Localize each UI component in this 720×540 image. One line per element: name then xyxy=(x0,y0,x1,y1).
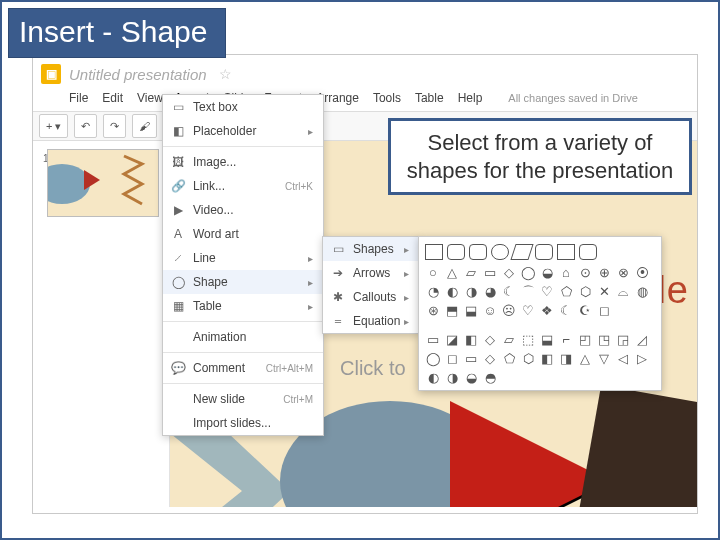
insert-item-word-art[interactable]: AWord art xyxy=(163,222,323,246)
rect-shape-icon[interactable] xyxy=(425,244,443,260)
shape-glyph[interactable]: ⬚ xyxy=(520,332,536,348)
shape-picker-panel[interactable]: ○△▱▭◇◯◒⌂⊙⊕⊗⦿◔◐◑◕☾⌒♡⬠⬡✕⌓◍⊛⬒⬓☺☹♡❖☾☪◻ ▭◪◧◇▱… xyxy=(418,236,662,391)
menu-tools[interactable]: Tools xyxy=(373,91,401,105)
shape-glyph[interactable]: ◲ xyxy=(615,332,631,348)
menu-table[interactable]: Table xyxy=(415,91,444,105)
shape-glyph[interactable]: △ xyxy=(444,265,460,281)
shape-glyph[interactable]: ⬓ xyxy=(539,332,555,348)
shape-glyph[interactable]: ◐ xyxy=(425,370,441,386)
shape-glyph[interactable]: ⌓ xyxy=(615,284,631,300)
shape-glyph[interactable]: ◨ xyxy=(558,351,574,367)
shape-glyph[interactable]: ⊙ xyxy=(577,265,593,281)
menu-edit[interactable]: Edit xyxy=(102,91,123,105)
shape-glyph[interactable]: ◍ xyxy=(634,284,650,300)
shape-glyph[interactable]: ⬡ xyxy=(520,351,536,367)
shape-glyph[interactable]: ◿ xyxy=(634,332,650,348)
shape-glyph[interactable]: ♡ xyxy=(520,303,536,319)
shape-glyph[interactable]: ◯ xyxy=(425,351,441,367)
rect3-shape-icon[interactable] xyxy=(579,244,597,260)
shape-glyph[interactable]: ◑ xyxy=(444,370,460,386)
rect2-shape-icon[interactable] xyxy=(557,244,575,260)
shape-glyph[interactable]: ⬠ xyxy=(558,284,574,300)
snip-shape-icon[interactable] xyxy=(535,244,553,260)
shape-glyph[interactable]: ☾ xyxy=(501,284,517,300)
shape-glyph[interactable]: ◻ xyxy=(444,351,460,367)
shape-glyph[interactable]: ◐ xyxy=(444,284,460,300)
shape-glyph[interactable]: ▱ xyxy=(501,332,517,348)
insert-item-shape[interactable]: ◯Shape▸ xyxy=(163,270,323,294)
menu-view[interactable]: View xyxy=(137,91,163,105)
new-slide-button[interactable]: + ▾ xyxy=(39,114,68,138)
shape-glyph[interactable]: ◓ xyxy=(482,370,498,386)
shape-glyph[interactable]: ◕ xyxy=(482,284,498,300)
shape-glyph[interactable]: ▱ xyxy=(463,265,479,281)
shape-cat-callouts[interactable]: ✱Callouts▸ xyxy=(323,285,419,309)
star-icon[interactable]: ☆ xyxy=(219,66,232,82)
shape-glyph[interactable]: ▷ xyxy=(634,351,650,367)
shape-glyph[interactable]: ◔ xyxy=(425,284,441,300)
shape-glyph[interactable]: ⌒ xyxy=(520,284,536,300)
menu-help[interactable]: Help xyxy=(458,91,483,105)
redo-button[interactable]: ↷ xyxy=(103,114,126,138)
undo-button[interactable]: ↶ xyxy=(74,114,97,138)
parallelogram-shape-icon[interactable] xyxy=(510,244,533,260)
shape-glyph[interactable]: ◇ xyxy=(501,265,517,281)
shape-glyph[interactable]: ▭ xyxy=(463,351,479,367)
insert-item-animation[interactable]: Animation xyxy=(163,325,323,349)
shape-glyph[interactable]: ◒ xyxy=(539,265,555,281)
shape-glyph[interactable]: ✕ xyxy=(596,284,612,300)
paint-format-button[interactable]: 🖌 xyxy=(132,114,157,138)
shape-cat-arrows[interactable]: ➔Arrows▸ xyxy=(323,261,419,285)
insert-item-comment[interactable]: 💬CommentCtrl+Alt+M xyxy=(163,356,323,380)
shape-glyph[interactable]: ◁ xyxy=(615,351,631,367)
pill-shape-icon[interactable] xyxy=(491,244,509,260)
shape-glyph[interactable]: ☾ xyxy=(558,303,574,319)
shape-glyph[interactable]: ◒ xyxy=(463,370,479,386)
shape-glyph[interactable]: ☺ xyxy=(482,303,498,319)
roundrect-shape-icon[interactable] xyxy=(447,244,465,260)
shape-glyph[interactable]: ⦿ xyxy=(634,265,650,281)
shape-glyph[interactable]: ◪ xyxy=(444,332,460,348)
shape-glyph[interactable]: ◻ xyxy=(596,303,612,319)
shape-glyph[interactable]: ⬓ xyxy=(463,303,479,319)
shape-glyph[interactable]: ☹ xyxy=(501,303,517,319)
shape-glyph[interactable]: ⌐ xyxy=(558,332,574,348)
insert-item-placeholder[interactable]: ◧Placeholder▸ xyxy=(163,119,323,143)
shape-glyph[interactable]: ○ xyxy=(425,265,441,281)
subtitle-placeholder[interactable]: Click to xyxy=(340,357,406,380)
insert-item-image-[interactable]: 🖼Image... xyxy=(163,150,323,174)
insert-item-video-[interactable]: ▶Video... xyxy=(163,198,323,222)
shape-cat-equation[interactable]: ＝Equation▸ xyxy=(323,309,419,333)
shape-glyph[interactable]: ⬡ xyxy=(577,284,593,300)
shape-glyph[interactable]: ◇ xyxy=(482,351,498,367)
insert-item-new-slide[interactable]: New slideCtrl+M xyxy=(163,387,323,411)
menu-file[interactable]: File xyxy=(69,91,88,105)
shape-glyph[interactable]: ⊕ xyxy=(596,265,612,281)
shape-cat-shapes[interactable]: ▭Shapes▸ xyxy=(323,237,419,261)
shape-glyph[interactable]: ☪ xyxy=(577,303,593,319)
shape-submenu[interactable]: ▭Shapes▸➔Arrows▸✱Callouts▸＝Equation▸ xyxy=(322,236,420,334)
insert-item-import-slides-[interactable]: Import slides... xyxy=(163,411,323,435)
shape-glyph[interactable]: ❖ xyxy=(539,303,555,319)
shape-glyph[interactable]: ◧ xyxy=(539,351,555,367)
insert-dropdown[interactable]: ▭Text box◧Placeholder▸🖼Image...🔗Link...C… xyxy=(162,94,324,436)
shape-glyph[interactable]: ♡ xyxy=(539,284,555,300)
slide-thumbnail[interactable] xyxy=(47,149,159,217)
shape-glyph[interactable]: ◧ xyxy=(463,332,479,348)
shape-glyph[interactable]: ▭ xyxy=(482,265,498,281)
insert-item-table[interactable]: ▦Table▸ xyxy=(163,294,323,318)
document-title[interactable]: Untitled presentation xyxy=(69,66,207,83)
shape-glyph[interactable]: ▽ xyxy=(596,351,612,367)
shape-glyph[interactable]: ⬠ xyxy=(501,351,517,367)
shape-glyph[interactable]: ◇ xyxy=(482,332,498,348)
shape-glyph[interactable]: ⌂ xyxy=(558,265,574,281)
shape-glyph[interactable]: ◰ xyxy=(577,332,593,348)
shape-glyph[interactable]: △ xyxy=(577,351,593,367)
insert-item-text-box[interactable]: ▭Text box xyxy=(163,95,323,119)
shape-glyph[interactable]: ⊛ xyxy=(425,303,441,319)
shape-glyph[interactable]: ▭ xyxy=(425,332,441,348)
shape-glyph[interactable]: ⬒ xyxy=(444,303,460,319)
insert-item-link-[interactable]: 🔗Link...Ctrl+K xyxy=(163,174,323,198)
shape-glyph[interactable]: ◑ xyxy=(463,284,479,300)
shape-glyph[interactable]: ◳ xyxy=(596,332,612,348)
